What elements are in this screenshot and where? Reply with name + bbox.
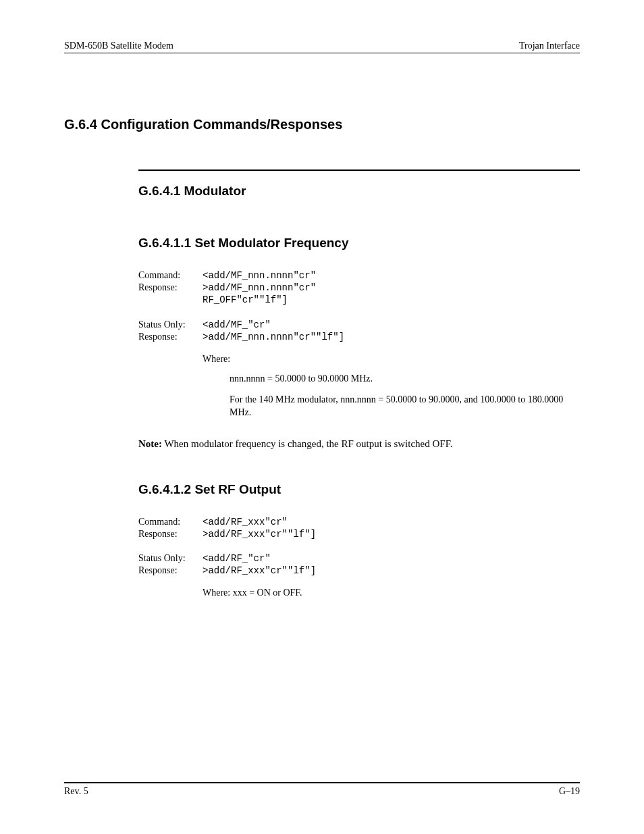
status-response-row-2: Response: >add/RF_xxx"cr""lf"] — [138, 565, 580, 577]
command-label: Command: — [138, 269, 203, 282]
note-prefix: Note: — [138, 438, 162, 449]
note-body: When modulator frequency is changed, the… — [162, 438, 453, 449]
indented-content: G.6.4.1 Modulator G.6.4.1.1 Set Modulato… — [138, 170, 580, 598]
heading-g6411: G.6.4.1.1 Set Modulator Frequency — [138, 236, 580, 251]
section-rule — [138, 170, 580, 171]
page-footer: Rev. 5 G–19 — [64, 782, 580, 797]
response-value-2: >add/RF_xxx"cr""lf"] — [203, 528, 316, 540]
where-inline-2: Where: xxx = ON or OFF. — [203, 588, 580, 598]
status-only-row: Status Only: <add/MF_"cr" — [138, 319, 580, 331]
command-label-2: Command: — [138, 516, 203, 528]
note-paragraph: Note: When modulator frequency is change… — [138, 438, 580, 450]
status-only-value-2: <add/RF_"cr" — [203, 552, 271, 565]
status-response-label-2: Response: — [138, 565, 203, 577]
command-value: <add/MF_nnn.nnnn"cr" — [203, 269, 316, 282]
heading-g64: G.6.4 Configuration Commands/Responses — [64, 117, 580, 132]
footer-rule — [64, 782, 580, 783]
response-value: >add/MF_nnn.nnnn"cr" — [203, 282, 316, 294]
status-response-row: Response: >add/MF_nnn.nnnn"cr""lf"] — [138, 331, 580, 343]
status-only-value: <add/MF_"cr" — [203, 319, 271, 331]
where-block: Where: nnn.nnnn = 50.0000 to 90.0000 MHz… — [203, 354, 580, 419]
heading-g6412: G.6.4.1.2 Set RF Output — [138, 482, 580, 497]
response-label-empty — [138, 294, 203, 306]
status-response-value: >add/MF_nnn.nnnn"cr""lf"] — [203, 331, 344, 343]
command-row: Command: <add/MF_nnn.nnnn"cr" — [138, 269, 580, 282]
header-left: SDM-650B Satellite Modem — [64, 41, 173, 51]
response-row: Response: >add/MF_nnn.nnnn"cr" — [138, 282, 580, 294]
document-page: SDM-650B Satellite Modem Trojan Interfac… — [0, 0, 644, 834]
status-response-value-2: >add/RF_xxx"cr""lf"] — [203, 565, 316, 577]
footer-left: Rev. 5 — [64, 786, 88, 797]
status-only-row-2: Status Only: <add/RF_"cr" — [138, 552, 580, 565]
response-row-2: Response: >add/RF_xxx"cr""lf"] — [138, 528, 580, 540]
footer-row: Rev. 5 G–19 — [64, 786, 580, 797]
status-only-label: Status Only: — [138, 319, 203, 331]
response-label-2: Response: — [138, 528, 203, 540]
response-row-cont: RF_OFF"cr""lf"] — [138, 294, 580, 306]
footer-right: G–19 — [559, 786, 580, 797]
response-value-cont: RF_OFF"cr""lf"] — [203, 294, 288, 306]
response-label: Response: — [138, 282, 203, 294]
command-value-2: <add/RF_xxx"cr" — [203, 516, 288, 528]
command-row-2: Command: <add/RF_xxx"cr" — [138, 516, 580, 528]
page-header: SDM-650B Satellite Modem Trojan Interfac… — [64, 41, 580, 53]
where-detail-2: For the 140 MHz modulator, nnn.nnnn = 50… — [230, 394, 580, 419]
status-response-label: Response: — [138, 331, 203, 343]
header-right: Trojan Interface — [519, 41, 580, 51]
where-detail-1: nnn.nnnn = 50.0000 to 90.0000 MHz. — [230, 373, 580, 386]
where-label: Where: — [203, 354, 580, 365]
heading-g641: G.6.4.1 Modulator — [138, 184, 580, 199]
status-only-label-2: Status Only: — [138, 552, 203, 565]
